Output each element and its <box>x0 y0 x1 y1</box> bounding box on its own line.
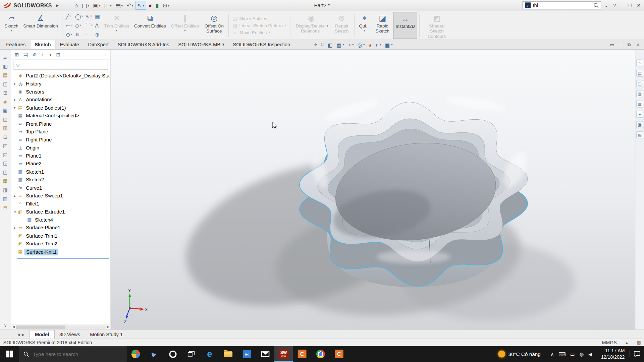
tree-item-sketch2[interactable]: ▨Sketch2 <box>13 176 110 184</box>
left-toolbar-icon[interactable]: ▱ <box>2 55 8 61</box>
action-center-button[interactable] <box>629 351 644 357</box>
tab-sketch[interactable]: Sketch <box>30 40 55 49</box>
doc-minimize-icon[interactable]: – <box>620 42 623 47</box>
tab-solidworks-add-ins[interactable]: SOLIDWORKS Add-Ins <box>113 40 173 49</box>
display-style-icon[interactable]: ◔ <box>348 42 351 48</box>
tree-item-surface-knit1[interactable]: ▦Surface-Knit1 <box>13 248 110 256</box>
mirror-entities-button[interactable]: ◫ Mirror Entities <box>231 16 288 21</box>
left-toolbar-icon[interactable]: ▥ <box>2 125 8 131</box>
fillet-tool-button[interactable]: ≋ <box>74 30 84 39</box>
tree-item-surface-extrude1[interactable]: ▾◧Surface-Extrude1 <box>13 208 110 216</box>
tree-item-annotations[interactable]: ▸AAnnotations <box>13 96 110 104</box>
left-toolbar-icon[interactable]: ▦ <box>2 178 8 184</box>
ellipse-tool-button[interactable]: ⊙▾ <box>64 30 74 39</box>
keyboard-icon[interactable]: ⌨ <box>558 351 566 357</box>
search-magnifier-icon[interactable] <box>594 3 599 8</box>
tab-motion-study-1[interactable]: Motion Study 1 <box>85 330 127 338</box>
arc-tool-button[interactable]: ⌒▾ <box>84 21 94 30</box>
sketch-button[interactable]: ▱ Sketch ▾ <box>2 12 20 39</box>
repair-sketch-button[interactable]: ⊚ Repair Sketch <box>331 12 353 39</box>
task-view-button[interactable] <box>182 346 200 362</box>
tab-features[interactable]: Features <box>2 40 30 49</box>
scroll-right-icon[interactable]: ▶ <box>107 325 109 329</box>
close-button[interactable]: ✕ <box>637 2 641 8</box>
units-selector[interactable]: MMGS <box>602 340 617 345</box>
left-toolbar-icon[interactable]: ◨ <box>2 187 8 193</box>
render-sphere-button[interactable]: ● <box>147 1 154 10</box>
move-entities-button[interactable]: ⇔ Move Entities ▾ <box>231 29 288 35</box>
taskbar-search-input[interactable] <box>33 351 122 357</box>
orange-app-button-1[interactable]: C <box>293 346 311 362</box>
offset-entities-button[interactable]: ∥ Offset Entities ▾ <box>169 12 201 39</box>
tab-solidworks-inspection[interactable]: SOLIDWORKS Inspection <box>228 40 295 49</box>
quick-snaps-button[interactable]: ⌖ Qui... ▾ <box>357 12 372 39</box>
tree-item-surface-plane1[interactable]: ▸▱Surface-Plane1 <box>13 224 110 232</box>
tab-evaluate[interactable]: Evaluate <box>55 40 84 49</box>
tree-item-surface-trim1[interactable]: ◩Surface-Trim1 <box>13 232 110 240</box>
solidworks-taskbar-button[interactable]: SW 2018 <box>274 346 293 362</box>
edge-button[interactable]: e <box>201 346 219 362</box>
apply-scene-icon[interactable]: ◐ <box>375 42 379 48</box>
orange-app-button-2[interactable]: C <box>330 346 348 362</box>
tree-item-surface-trim2[interactable]: ◩Surface-Trim2 <box>13 240 110 248</box>
right-panel-icon[interactable]: ▣ <box>636 121 643 128</box>
spline-tool-button[interactable]: ∿▾ <box>84 12 94 21</box>
open-button[interactable]: ▣▾ <box>91 1 102 10</box>
tree-item-curve1[interactable]: ∿Curve1 <box>13 184 110 192</box>
undo-button[interactable]: ↶▾ <box>125 1 135 10</box>
left-toolbar-icon[interactable]: ▣ <box>2 108 8 114</box>
linear-sketch-pattern-button[interactable]: ▤ Linear Sketch Pattern ▾ <box>231 22 288 28</box>
left-toolbar-icon[interactable]: ⊟ <box>2 204 8 210</box>
help-button[interactable]: ? <box>613 2 616 8</box>
left-toolbar-icon[interactable]: ◱ <box>2 152 8 158</box>
start-button[interactable] <box>0 346 19 362</box>
right-panel-icon[interactable]: ▧ <box>636 131 643 138</box>
tree-filter-box[interactable]: ▽ <box>13 61 108 70</box>
appearance-tab-icon[interactable]: ◑ <box>49 52 52 57</box>
rollback-bar[interactable] <box>17 257 109 258</box>
rectangle-tool-button[interactable]: ▭▾ <box>64 21 74 30</box>
battery-icon[interactable]: ▭ <box>570 351 575 357</box>
property-tab-icon[interactable]: ▤ <box>23 52 28 57</box>
flyout-chevron-icon[interactable]: › <box>105 52 107 57</box>
opera-app-button[interactable] <box>163 346 182 362</box>
search-scope-icon[interactable]: › <box>525 2 531 8</box>
right-panel-globe-icon[interactable]: ● <box>636 111 643 118</box>
network-icon[interactable]: ◍ <box>579 351 584 357</box>
left-toolbar-icon[interactable]: ◰ <box>2 143 8 149</box>
text-tool-button[interactable]: A <box>94 21 101 30</box>
expand-arrow-icon[interactable]: ▸ <box>13 194 17 198</box>
left-toolbar-icon[interactable]: ◧ <box>2 63 8 69</box>
tree-horizontal-scrollbar[interactable]: ◀ ▶ <box>11 324 110 329</box>
hide-show-icon[interactable]: ◎ <box>357 42 362 48</box>
right-panel-icon[interactable]: ▢ <box>636 80 643 87</box>
left-toolbar-icon[interactable]: ◳ <box>2 169 8 175</box>
display-delete-relations-button[interactable]: ◉ Display/Delete Relations▾ <box>292 12 330 39</box>
circle-tool-button[interactable]: ◯▾ <box>74 12 84 21</box>
search-dropdown-icon[interactable]: ⌄ <box>604 2 608 8</box>
tab-dimxpert[interactable]: DimXpert <box>84 40 113 49</box>
tree-item-surface-sweep1[interactable]: ▸≋Surface-Sweep1 <box>13 192 110 200</box>
view-orientation-icon[interactable]: ▦ <box>336 42 341 48</box>
tree-item-sensors[interactable]: ◉Sensors <box>13 88 110 96</box>
collapse-strip-icon[interactable]: ∨ <box>4 323 7 327</box>
left-toolbar-icon[interactable]: ▤ <box>2 72 8 78</box>
tab-3d-views[interactable]: 3D Views <box>54 330 85 338</box>
tree-item-surface-bodies[interactable]: ▸▤Surface Bodies(1) <box>13 104 110 112</box>
tree-item-top-plane[interactable]: ▱Top Plane <box>13 128 110 136</box>
expand-arrow-icon[interactable]: ▸ <box>13 226 17 230</box>
left-toolbar-icon[interactable]: ⊡ <box>2 134 8 140</box>
maximize-button[interactable]: □ <box>629 2 632 8</box>
polygon-tool-button[interactable]: ◇▾ <box>74 21 84 30</box>
taskbar-clock[interactable]: 11:17 AM 12/18/2022 <box>596 348 629 360</box>
line-tool-button[interactable]: ╱▾ <box>64 12 74 21</box>
point-tool-button[interactable]: · <box>84 30 94 39</box>
section-view-icon[interactable]: ◧ <box>328 42 333 48</box>
tree-item-history[interactable]: ▸◷History <box>13 80 110 88</box>
zoom-fit-icon[interactable]: ⌖ <box>314 42 317 48</box>
hidden-icons-icon[interactable]: ∧ <box>550 351 554 357</box>
tree-item-sketch1[interactable]: ▨Sketch1 <box>13 168 110 176</box>
right-panel-icon[interactable]: ▥ <box>636 90 643 97</box>
minimize-button[interactable]: – <box>621 2 624 8</box>
scrollbar-track[interactable] <box>16 325 106 328</box>
